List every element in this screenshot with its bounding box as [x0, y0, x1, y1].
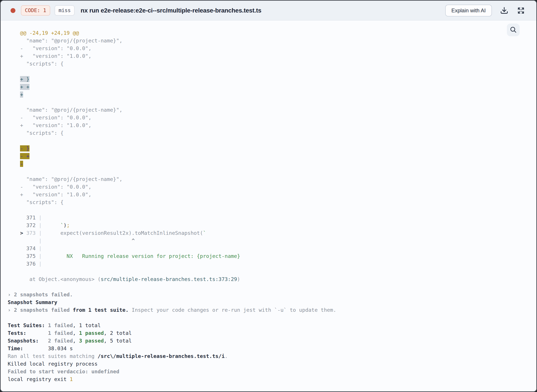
terminal-line: Time: 38.034 s [8, 345, 536, 352]
terminal-line: + + [8, 83, 536, 91]
terminal-line: Failed to start verdaccio: undefined [8, 368, 536, 376]
terminal-line: "scripts": { [8, 199, 536, 206]
terminal-line: Ran all test suites matching /src\/multi… [8, 352, 536, 360]
terminal-line: - [8, 160, 536, 168]
terminal-line: - "version": "0.0.0", [8, 183, 536, 191]
terminal-line [8, 68, 536, 75]
terminal-line: @@ -24,19 +24,19 @@ [8, 29, 536, 37]
search-button[interactable] [507, 23, 520, 36]
search-icon [509, 26, 517, 34]
terminal-line: local registry exit 1 [8, 376, 536, 383]
terminal-line: 376 | [8, 260, 536, 268]
exit-code-badge: CODE: 1 [21, 5, 50, 16]
terminal-line: "scripts": { [8, 60, 536, 68]
terminal-line: 372 | `); [8, 222, 536, 229]
terminal-line: + } [8, 75, 536, 83]
terminal-line [8, 168, 536, 175]
terminal-line: Tests: 1 failed, 1 passed, 2 total [8, 329, 536, 337]
terminal-line: 375 | NX Running release version for pro… [8, 252, 536, 260]
terminal-line: - "version": "0.0.0", [8, 114, 536, 121]
terminal-line: "name": "@proj/{project-name}", [8, 106, 536, 114]
download-button[interactable] [500, 6, 508, 15]
terminal-line: Test Suites: 1 failed, 1 total [8, 322, 536, 329]
terminal-line: Killed local registry process [8, 360, 536, 368]
terminal-line: Snapshots: 2 failed, 3 passed, 5 total [8, 337, 536, 345]
explain-with-ai-button[interactable]: Explain with AI [445, 5, 492, 16]
terminal-output: @@ -24,19 +24,19 @@ "name": "@proj/{proj… [1, 20, 536, 391]
terminal-line: + "version": "1.0.0", [8, 52, 536, 60]
task-output-panel: CODE: 1 miss nx run e2e-release:e2e-ci--… [0, 0, 537, 392]
terminal-line: - "version": "0.0.0", [8, 45, 536, 52]
terminal-line: "scripts": { [8, 129, 536, 137]
terminal-line [8, 98, 536, 106]
terminal-line: at Object.<anonymous> (src/multiple-rele… [8, 275, 536, 283]
download-icon [500, 6, 508, 15]
fullscreen-button[interactable] [517, 6, 525, 15]
terminal-line [8, 206, 536, 214]
terminal-line: 374 | [8, 245, 536, 252]
terminal-line: "name": "@proj/{project-name}", [8, 37, 536, 45]
terminal-line: - + [8, 152, 536, 160]
terminal-line: + "version": "1.0.0", [8, 191, 536, 199]
terminal-line: > 373 | expect(versionResult2x).toMatchI… [8, 229, 536, 237]
terminal-line: Snapshot Summary [8, 299, 536, 306]
task-title: nx run e2e-release:e2e-ci--src/multiple-… [81, 7, 261, 14]
terminal-line [8, 137, 536, 145]
terminal-line: › 2 snapshots failed from 1 test suite. … [8, 306, 536, 314]
terminal-line: + "version": "1.0.0", [8, 121, 536, 129]
terminal-line: "name": "@proj/{project-name}", [8, 175, 536, 183]
terminal-line [8, 314, 536, 322]
terminal-line: - } [8, 145, 536, 152]
terminal-line [8, 283, 536, 291]
expand-icon [517, 7, 525, 14]
terminal-line: + [8, 91, 536, 98]
terminal-line: | ^ [8, 237, 536, 245]
task-header: CODE: 1 miss nx run e2e-release:e2e-ci--… [1, 1, 536, 20]
terminal-line [8, 268, 536, 275]
status-dot [10, 8, 15, 13]
cache-status-badge: miss [55, 5, 75, 16]
terminal-line: 371 | [8, 214, 536, 222]
terminal-line: › 2 snapshots failed. [8, 291, 536, 299]
